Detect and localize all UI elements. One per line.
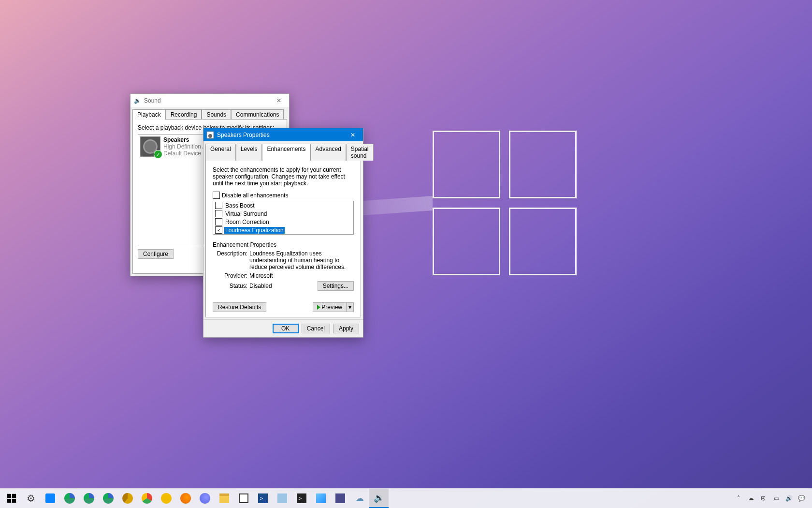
props-tabs: General Levels Enhancements Advanced Spa… xyxy=(203,141,363,160)
configure-button[interactable]: Configure xyxy=(138,249,174,259)
provider-value: Microsoft xyxy=(249,272,354,279)
restore-defaults-button[interactable]: Restore Defaults xyxy=(213,302,266,312)
enhancement-room-correction[interactable]: Room Correction xyxy=(213,218,353,226)
folder-icon xyxy=(219,493,229,503)
taskbar-file-explorer[interactable] xyxy=(215,489,234,508)
tab-communications[interactable]: Communications xyxy=(231,109,284,120)
enhancement-label: Room Correction xyxy=(224,219,270,225)
tray-onedrive[interactable]: ☁ xyxy=(745,489,757,508)
svg-rect-4 xyxy=(7,499,11,503)
terminal-icon: >_ xyxy=(297,493,306,503)
tab-spatial-sound[interactable]: Spatial sound xyxy=(346,144,374,161)
disable-all-checkbox[interactable] xyxy=(213,192,220,199)
tab-levels[interactable]: Levels xyxy=(236,144,262,161)
taskbar-edge[interactable] xyxy=(60,489,79,508)
taskbar[interactable]: ⚙ >_ >_ ☁ 🔉 ˄ ☁ ⛨ ▭ 🔊 💬 xyxy=(0,488,812,508)
tab-recording[interactable]: Recording xyxy=(166,109,202,120)
shield-icon: ⛨ xyxy=(761,495,767,502)
taskbar-store[interactable] xyxy=(234,489,253,508)
enhancement-properties-group: Enhancement Properties Description: Loud… xyxy=(213,241,354,291)
disable-all-label[interactable]: Disable all enhancements xyxy=(222,192,288,199)
tab-general[interactable]: General xyxy=(205,144,236,161)
checkbox[interactable]: ✓ xyxy=(215,226,222,234)
enhancements-list[interactable]: Bass Boost Virtual Surround Room Correct… xyxy=(213,201,354,235)
speaker-icon: 🔉 xyxy=(374,493,384,503)
taskbar-onedrive[interactable]: ☁ xyxy=(350,489,369,508)
status-label: Status: xyxy=(213,283,247,289)
close-button[interactable]: ✕ xyxy=(272,96,286,105)
speaker-icon xyxy=(206,131,214,139)
svg-rect-3 xyxy=(12,494,16,498)
taskbar-firefox[interactable] xyxy=(176,489,195,508)
chevron-up-icon: ˄ xyxy=(737,495,740,502)
checkbox[interactable] xyxy=(215,202,222,209)
action-center-icon: 💬 xyxy=(798,495,805,502)
firefox-dev-icon xyxy=(200,493,210,504)
taskbar-firefox-dev[interactable] xyxy=(195,489,215,508)
default-device-check-icon: ✓ xyxy=(154,150,162,159)
taskbar-edge-canary[interactable] xyxy=(118,489,137,508)
taskbar-powershell[interactable]: >_ xyxy=(253,489,273,508)
gear-icon: ⚙ xyxy=(27,493,35,504)
taskbar-sound-cpl[interactable]: 🔉 xyxy=(369,489,389,508)
phone-icon xyxy=(45,493,55,503)
tray-cast[interactable]: ▭ xyxy=(770,489,782,508)
taskbar-chrome[interactable] xyxy=(137,489,157,508)
dialog-buttons: OK Cancel Apply xyxy=(203,319,363,337)
enhancement-label: Virtual Surround xyxy=(224,210,268,217)
taskbar-settings[interactable]: ⚙ xyxy=(21,489,41,508)
settings-button[interactable]: Settings... xyxy=(318,281,354,291)
preview-split-button[interactable]: Preview ▾ xyxy=(313,302,354,312)
taskbar-phone[interactable] xyxy=(41,489,60,508)
firefox-icon xyxy=(180,493,191,504)
powershell-icon: >_ xyxy=(258,493,268,503)
svg-rect-5 xyxy=(12,499,16,503)
tab-advanced[interactable]: Advanced xyxy=(310,144,346,161)
cast-icon: ▭ xyxy=(774,495,779,502)
description-value: Loudness Equalization uses understanding… xyxy=(249,250,354,270)
props-titlebar[interactable]: Speakers Properties ✕ xyxy=(203,128,363,141)
store-icon xyxy=(239,493,248,503)
taskbar-edge-beta[interactable] xyxy=(79,489,99,508)
play-icon xyxy=(317,305,320,310)
enhancement-label: Bass Boost xyxy=(224,202,256,209)
provider-label: Provider: xyxy=(213,272,247,279)
checkbox[interactable] xyxy=(215,218,222,225)
edge-beta-icon xyxy=(84,493,94,504)
system-tray: ˄ ☁ ⛨ ▭ 🔊 💬 xyxy=(733,489,810,508)
svg-point-1 xyxy=(208,134,212,138)
sound-tabs: Playback Recording Sounds Communications xyxy=(130,107,289,119)
enhancement-bass-boost[interactable]: Bass Boost xyxy=(213,201,353,209)
speakers-properties-window[interactable]: Speakers Properties ✕ General Levels Enh… xyxy=(203,128,363,338)
taskbar-paint3d[interactable] xyxy=(331,489,350,508)
ok-button[interactable]: OK xyxy=(273,324,299,333)
taskbar-terminal[interactable]: >_ xyxy=(292,489,311,508)
enhancement-loudness-equalization[interactable]: ✓ Loudness Equalization xyxy=(213,226,353,234)
tray-volume[interactable]: 🔊 xyxy=(783,489,795,508)
preview-label: Preview xyxy=(321,304,342,311)
taskbar-photos[interactable] xyxy=(311,489,331,508)
enhancement-virtual-surround[interactable]: Virtual Surround xyxy=(213,209,353,218)
preview-dropdown[interactable]: ▾ xyxy=(347,302,354,312)
close-button[interactable]: ✕ xyxy=(346,130,360,140)
edge-canary-icon xyxy=(122,493,133,504)
taskbar-devtool[interactable] xyxy=(273,489,292,508)
tab-enhancements[interactable]: Enhancements xyxy=(262,144,310,161)
tray-security[interactable]: ⛨ xyxy=(758,489,769,508)
start-button[interactable] xyxy=(2,489,21,508)
tray-overflow[interactable]: ˄ xyxy=(733,489,744,508)
speaker-icon: 🔉 xyxy=(133,97,141,105)
tray-action-center[interactable]: 💬 xyxy=(796,489,807,508)
checkbox[interactable] xyxy=(215,210,222,217)
taskbar-edge-dev[interactable] xyxy=(99,489,118,508)
sound-titlebar[interactable]: 🔉 Sound ✕ xyxy=(130,94,289,107)
photos-icon xyxy=(316,493,326,503)
enhancement-properties-header: Enhancement Properties xyxy=(213,241,354,248)
taskbar-chrome-canary[interactable] xyxy=(157,489,176,508)
cancel-button[interactable]: Cancel xyxy=(302,324,330,333)
apply-button[interactable]: Apply xyxy=(333,324,359,333)
tab-playback[interactable]: Playback xyxy=(132,109,166,120)
tab-sounds[interactable]: Sounds xyxy=(202,109,231,120)
preview-button[interactable]: Preview xyxy=(313,302,347,312)
status-value: Disabled xyxy=(249,283,272,289)
